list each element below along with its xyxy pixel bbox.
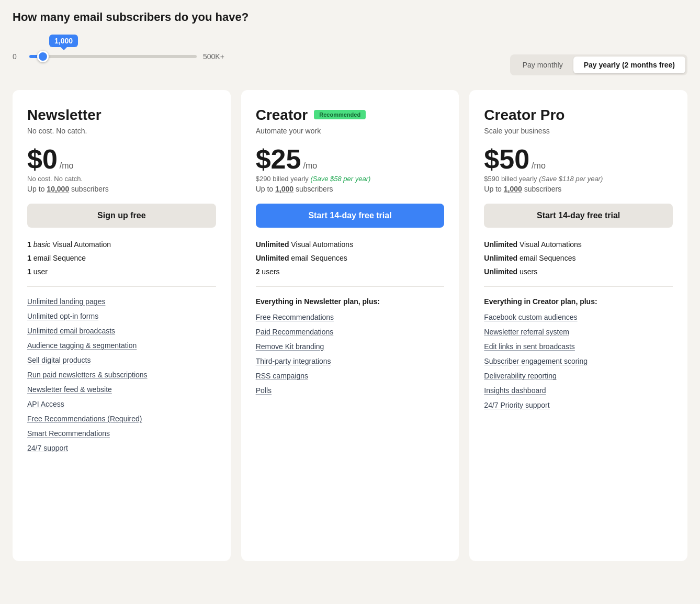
creator-pro-cta-button[interactable]: Start 14-day free trial <box>484 204 673 228</box>
creator-pro-price-amount: $50 <box>484 146 529 173</box>
creator-pro-plan-tagline: Scale your business <box>484 127 673 135</box>
feature-smart-recommendations[interactable]: Smart Recommendations <box>27 429 216 438</box>
creator-pro-subscribers-prefix: Up to <box>484 185 503 193</box>
creator-cta-button[interactable]: Start 14-day free trial <box>256 204 445 228</box>
feature-newsletter-feed[interactable]: Newsletter feed & website <box>27 385 216 394</box>
pay-yearly-button[interactable]: Pay yearly (2 months free) <box>573 57 685 73</box>
newsletter-subscribers-count: 10,000 <box>47 185 69 193</box>
feature-digital-products[interactable]: Sell digital products <box>27 356 216 364</box>
creator-feature-free-recommendations[interactable]: Free Recommendations <box>256 313 445 321</box>
feature-paid-newsletters[interactable]: Run paid newsletters & subscriptions <box>27 371 216 379</box>
creator-plan-tagline: Automate your work <box>256 127 445 135</box>
creator-subscribers-suffix: subscribers <box>293 185 333 193</box>
slider-bubble: 1,000 <box>49 35 78 47</box>
creator-features-list: Everything in Newsletter plan, plus: Fre… <box>256 297 445 395</box>
plans-container: Newsletter No cost. No catch. $0 /mo No … <box>13 90 687 561</box>
creator-pro-features-section-title: Everything in Creator plan, plus: <box>484 297 673 306</box>
creator-subscribers-count: 1,000 <box>275 185 293 193</box>
creator-feature-third-party[interactable]: Third-party integrations <box>256 357 445 365</box>
creator-plan-card: Creator Recommended Automate your work $… <box>241 90 459 561</box>
pro-feature-insights[interactable]: Insights dashboard <box>484 386 673 395</box>
newsletter-price-note: No cost. No catch. <box>27 175 216 183</box>
newsletter-features-top: 1 basic Visual Automation 1 email Sequen… <box>27 240 216 276</box>
creator-pro-subscribers-count: 1,000 <box>504 185 522 193</box>
pay-monthly-button[interactable]: Pay monthly <box>512 57 573 73</box>
pro-feature-engagement-scoring[interactable]: Subscriber engagement scoring <box>484 357 673 365</box>
creator-price-billed: $290 billed yearly (Save $58 per year) <box>256 175 445 183</box>
feature-free-recommendations-required[interactable]: Free Recommendations (Required) <box>27 415 216 423</box>
feature-tagging[interactable]: Audience tagging & segmentation <box>27 341 216 350</box>
feature-247-support[interactable]: 24/7 support <box>27 444 216 452</box>
newsletter-plan-name: Newsletter <box>27 107 101 124</box>
newsletter-plan-card: Newsletter No cost. No catch. $0 /mo No … <box>13 90 231 561</box>
newsletter-price-per: /mo <box>60 161 74 171</box>
recommended-badge: Recommended <box>314 110 366 119</box>
newsletter-plan-tagline: No cost. No catch. <box>27 127 216 135</box>
pro-feature-priority-support[interactable]: 24/7 Priority support <box>484 401 673 409</box>
creator-pro-features-top: Unlimited Visual Automations Unlimited e… <box>484 240 673 276</box>
pro-feature-deliverability[interactable]: Deliverability reporting <box>484 372 673 380</box>
pro-feature-edit-links[interactable]: Edit links in sent broadcasts <box>484 342 673 351</box>
creator-price-amount: $25 <box>256 146 301 173</box>
newsletter-price-amount: $0 <box>27 146 58 173</box>
page-question: How many email subscribers do you have? <box>13 10 687 24</box>
creator-features-top: Unlimited Visual Automations Unlimited e… <box>256 240 445 276</box>
creator-pro-plan-card: Creator Pro Scale your business $50 /mo … <box>469 90 687 561</box>
creator-pro-features-list: Everything in Creator plan, plus: Facebo… <box>484 297 673 409</box>
creator-price-per: /mo <box>303 161 317 171</box>
creator-subscribers-prefix: Up to <box>256 185 275 193</box>
newsletter-subscribers-suffix: subscribers <box>69 185 108 193</box>
creator-pro-price-per: /mo <box>532 161 546 171</box>
creator-plan-name: Creator <box>256 107 308 124</box>
slider-max-label: 500K+ <box>203 52 224 61</box>
creator-pro-subscribers-suffix: subscribers <box>522 185 561 193</box>
creator-feature-remove-branding[interactable]: Remove Kit branding <box>256 342 445 351</box>
feature-landing-pages[interactable]: Unlimited landing pages <box>27 297 216 306</box>
creator-pro-price-billed: $590 billed yearly (Save $118 per year) <box>484 175 673 183</box>
newsletter-features-list: Unlimited landing pages Unlimited opt-in… <box>27 297 216 452</box>
creator-feature-paid-recommendations[interactable]: Paid Recommendations <box>256 328 445 336</box>
feature-optin-forms[interactable]: Unlimited opt-in forms <box>27 312 216 320</box>
feature-email-broadcasts[interactable]: Unlimited email broadcasts <box>27 327 216 335</box>
pro-feature-referral[interactable]: Newsletter referral system <box>484 328 673 336</box>
creator-feature-rss[interactable]: RSS campaigns <box>256 372 445 380</box>
creator-feature-polls[interactable]: Polls <box>256 386 445 395</box>
feature-api-access[interactable]: API Access <box>27 400 216 408</box>
billing-toggle: Pay monthly Pay yearly (2 months free) <box>510 54 687 75</box>
slider-min-label: 0 <box>13 52 23 61</box>
subscriber-slider-section: 1,000 0 500K+ <box>13 35 224 61</box>
pro-feature-facebook[interactable]: Facebook custom audiences <box>484 313 673 321</box>
newsletter-cta-button[interactable]: Sign up free <box>27 204 216 228</box>
creator-pro-plan-name: Creator Pro <box>484 107 564 124</box>
newsletter-subscribers-prefix: Up to <box>27 185 47 193</box>
creator-features-section-title: Everything in Newsletter plan, plus: <box>256 297 445 306</box>
subscriber-count-slider[interactable] <box>29 55 197 58</box>
